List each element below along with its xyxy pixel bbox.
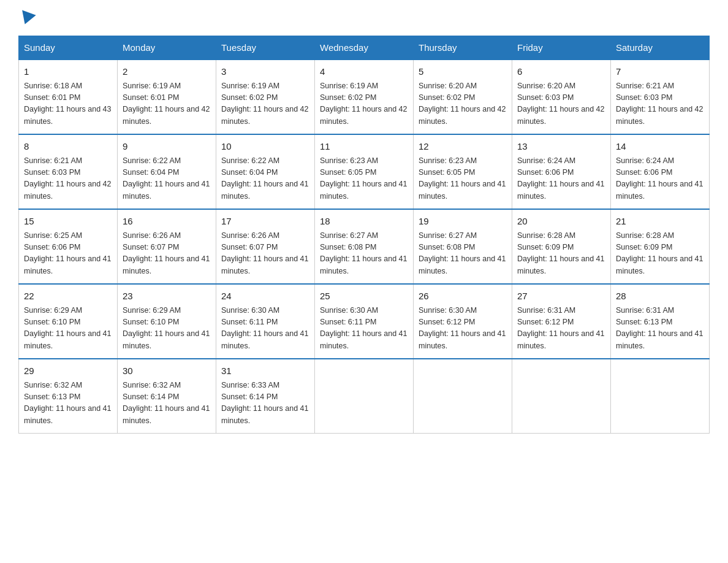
day-info: Sunrise: 6:20 AMSunset: 6:02 PMDaylight:… — [419, 80, 507, 128]
day-info: Sunrise: 6:31 AMSunset: 6:12 PMDaylight:… — [517, 305, 605, 353]
calendar-day-cell: 13Sunrise: 6:24 AMSunset: 6:06 PMDayligh… — [512, 134, 611, 209]
day-info: Sunrise: 6:24 AMSunset: 6:06 PMDaylight:… — [517, 155, 605, 203]
calendar-day-header: Wednesday — [315, 36, 414, 60]
calendar-week-row: 15Sunrise: 6:25 AMSunset: 6:06 PMDayligh… — [19, 209, 710, 284]
calendar-day-cell: 21Sunrise: 6:28 AMSunset: 6:09 PMDayligh… — [611, 209, 710, 284]
day-info: Sunrise: 6:33 AMSunset: 6:14 PMDaylight:… — [221, 380, 309, 427]
day-info: Sunrise: 6:19 AMSunset: 6:01 PMDaylight:… — [123, 80, 211, 128]
day-info: Sunrise: 6:32 AMSunset: 6:13 PMDaylight:… — [24, 380, 112, 427]
calendar-day-header: Sunday — [19, 36, 118, 60]
day-number: 10 — [221, 140, 309, 154]
calendar-day-cell — [315, 359, 414, 434]
day-number: 4 — [320, 65, 408, 79]
calendar-week-row: 29Sunrise: 6:32 AMSunset: 6:13 PMDayligh… — [19, 359, 710, 434]
day-info: Sunrise: 6:21 AMSunset: 6:03 PMDaylight:… — [24, 155, 112, 203]
day-info: Sunrise: 6:27 AMSunset: 6:08 PMDaylight:… — [419, 230, 507, 278]
calendar-day-cell: 5Sunrise: 6:20 AMSunset: 6:02 PMDaylight… — [414, 59, 512, 134]
calendar-day-cell: 25Sunrise: 6:30 AMSunset: 6:11 PMDayligh… — [315, 284, 414, 359]
calendar-day-cell: 26Sunrise: 6:30 AMSunset: 6:12 PMDayligh… — [414, 284, 512, 359]
calendar-body: 1Sunrise: 6:18 AMSunset: 6:01 PMDaylight… — [19, 59, 710, 434]
calendar-day-cell: 16Sunrise: 6:26 AMSunset: 6:07 PMDayligh… — [118, 209, 216, 284]
day-number: 21 — [616, 215, 704, 229]
day-number: 16 — [123, 215, 211, 229]
calendar-header-row: SundayMondayTuesdayWednesdayThursdayFrid… — [19, 36, 710, 60]
day-number: 28 — [616, 289, 704, 304]
day-number: 7 — [616, 65, 704, 79]
calendar-day-cell: 11Sunrise: 6:23 AMSunset: 6:05 PMDayligh… — [315, 134, 414, 209]
day-info: Sunrise: 6:27 AMSunset: 6:08 PMDaylight:… — [320, 230, 408, 278]
calendar-day-cell: 31Sunrise: 6:33 AMSunset: 6:14 PMDayligh… — [216, 359, 315, 434]
day-info: Sunrise: 6:32 AMSunset: 6:14 PMDaylight:… — [123, 380, 211, 427]
day-info: Sunrise: 6:30 AMSunset: 6:12 PMDaylight:… — [419, 305, 507, 353]
calendar-day-header: Thursday — [414, 36, 512, 60]
calendar-day-cell — [512, 359, 611, 434]
calendar-day-cell: 12Sunrise: 6:23 AMSunset: 6:05 PMDayligh… — [414, 134, 512, 209]
day-number: 9 — [123, 140, 211, 154]
calendar-day-cell: 20Sunrise: 6:28 AMSunset: 6:09 PMDayligh… — [512, 209, 611, 284]
day-info: Sunrise: 6:31 AMSunset: 6:13 PMDaylight:… — [616, 305, 704, 353]
day-info: Sunrise: 6:19 AMSunset: 6:02 PMDaylight:… — [320, 80, 408, 128]
calendar-day-cell: 6Sunrise: 6:20 AMSunset: 6:03 PMDaylight… — [512, 59, 611, 134]
day-number: 29 — [24, 364, 112, 378]
calendar-table: SundayMondayTuesdayWednesdayThursdayFrid… — [18, 36, 710, 434]
day-number: 15 — [24, 215, 112, 229]
calendar-day-cell: 18Sunrise: 6:27 AMSunset: 6:08 PMDayligh… — [315, 209, 414, 284]
day-number: 30 — [123, 364, 211, 378]
day-number: 24 — [221, 289, 309, 304]
calendar-day-cell: 10Sunrise: 6:22 AMSunset: 6:04 PMDayligh… — [216, 134, 315, 209]
calendar-day-cell: 23Sunrise: 6:29 AMSunset: 6:10 PMDayligh… — [118, 284, 216, 359]
calendar-day-cell: 19Sunrise: 6:27 AMSunset: 6:08 PMDayligh… — [414, 209, 512, 284]
calendar-day-cell: 15Sunrise: 6:25 AMSunset: 6:06 PMDayligh… — [19, 209, 118, 284]
calendar-day-cell: 22Sunrise: 6:29 AMSunset: 6:10 PMDayligh… — [19, 284, 118, 359]
day-number: 19 — [419, 215, 507, 229]
calendar-day-cell: 1Sunrise: 6:18 AMSunset: 6:01 PMDaylight… — [19, 59, 118, 134]
day-number: 22 — [24, 289, 112, 304]
calendar-day-cell: 24Sunrise: 6:30 AMSunset: 6:11 PMDayligh… — [216, 284, 315, 359]
logo-triangle-icon — [18, 10, 36, 26]
day-number: 27 — [517, 289, 605, 304]
day-number: 2 — [123, 65, 211, 79]
day-info: Sunrise: 6:26 AMSunset: 6:07 PMDaylight:… — [123, 230, 211, 278]
day-info: Sunrise: 6:20 AMSunset: 6:03 PMDaylight:… — [517, 80, 605, 128]
calendar-day-cell — [414, 359, 512, 434]
page-header — [18, 12, 710, 25]
day-number: 17 — [221, 215, 309, 229]
calendar-day-cell: 3Sunrise: 6:19 AMSunset: 6:02 PMDaylight… — [216, 59, 315, 134]
calendar-day-cell: 9Sunrise: 6:22 AMSunset: 6:04 PMDaylight… — [118, 134, 216, 209]
day-info: Sunrise: 6:29 AMSunset: 6:10 PMDaylight:… — [24, 305, 112, 353]
calendar-week-row: 8Sunrise: 6:21 AMSunset: 6:03 PMDaylight… — [19, 134, 710, 209]
day-info: Sunrise: 6:22 AMSunset: 6:04 PMDaylight:… — [221, 155, 309, 203]
day-number: 12 — [419, 140, 507, 154]
day-info: Sunrise: 6:30 AMSunset: 6:11 PMDaylight:… — [221, 305, 309, 353]
calendar-day-cell: 30Sunrise: 6:32 AMSunset: 6:14 PMDayligh… — [118, 359, 216, 434]
calendar-day-cell — [611, 359, 710, 434]
day-info: Sunrise: 6:29 AMSunset: 6:10 PMDaylight:… — [123, 305, 211, 353]
calendar-day-cell: 4Sunrise: 6:19 AMSunset: 6:02 PMDaylight… — [315, 59, 414, 134]
day-info: Sunrise: 6:26 AMSunset: 6:07 PMDaylight:… — [221, 230, 309, 278]
day-number: 11 — [320, 140, 408, 154]
logo-text — [18, 12, 36, 25]
calendar-week-row: 1Sunrise: 6:18 AMSunset: 6:01 PMDaylight… — [19, 59, 710, 134]
day-number: 31 — [221, 364, 309, 378]
calendar-day-cell: 28Sunrise: 6:31 AMSunset: 6:13 PMDayligh… — [611, 284, 710, 359]
day-number: 8 — [24, 140, 112, 154]
calendar-day-header: Saturday — [611, 36, 710, 60]
day-info: Sunrise: 6:24 AMSunset: 6:06 PMDaylight:… — [616, 155, 704, 203]
calendar-week-row: 22Sunrise: 6:29 AMSunset: 6:10 PMDayligh… — [19, 284, 710, 359]
day-number: 6 — [517, 65, 605, 79]
day-info: Sunrise: 6:30 AMSunset: 6:11 PMDaylight:… — [320, 305, 408, 353]
calendar-day-cell: 29Sunrise: 6:32 AMSunset: 6:13 PMDayligh… — [19, 359, 118, 434]
calendar-day-header: Friday — [512, 36, 611, 60]
calendar-day-cell: 17Sunrise: 6:26 AMSunset: 6:07 PMDayligh… — [216, 209, 315, 284]
day-info: Sunrise: 6:28 AMSunset: 6:09 PMDaylight:… — [616, 230, 704, 278]
calendar-day-cell: 14Sunrise: 6:24 AMSunset: 6:06 PMDayligh… — [611, 134, 710, 209]
calendar-day-cell: 7Sunrise: 6:21 AMSunset: 6:03 PMDaylight… — [611, 59, 710, 134]
day-number: 5 — [419, 65, 507, 79]
day-info: Sunrise: 6:23 AMSunset: 6:05 PMDaylight:… — [320, 155, 408, 203]
day-number: 23 — [123, 289, 211, 304]
day-info: Sunrise: 6:25 AMSunset: 6:06 PMDaylight:… — [24, 230, 112, 278]
day-number: 20 — [517, 215, 605, 229]
calendar-day-cell: 2Sunrise: 6:19 AMSunset: 6:01 PMDaylight… — [118, 59, 216, 134]
day-number: 3 — [221, 65, 309, 79]
calendar-header: SundayMondayTuesdayWednesdayThursdayFrid… — [19, 36, 710, 60]
